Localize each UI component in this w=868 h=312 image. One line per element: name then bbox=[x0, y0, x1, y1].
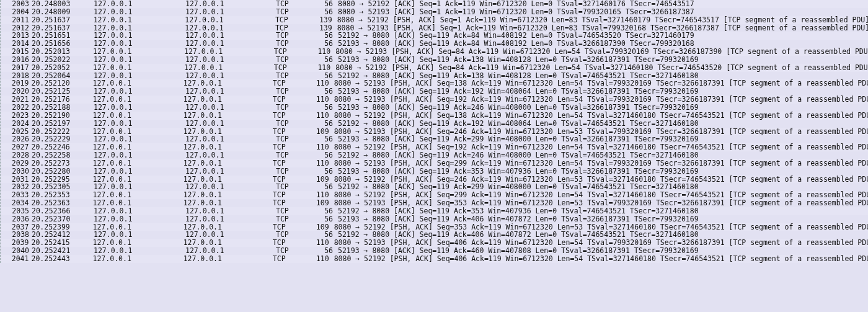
packet-destination: 127.0.0.1 bbox=[185, 120, 276, 128]
packet-length: 139 bbox=[309, 16, 335, 24]
packet-protocol: TCP bbox=[276, 207, 309, 215]
packet-source: 127.0.0.1 bbox=[78, 48, 184, 56]
packet-destination: 127.0.0.1 bbox=[185, 215, 276, 223]
packet-info: 8080 → 52192 [PSH, ACK] Seq=246 Ack=119 … bbox=[332, 176, 868, 184]
packet-no: 2036 bbox=[3, 215, 32, 223]
packet-time: 20.252443 bbox=[31, 255, 78, 263]
packet-info: 52193 → 8080 [ACK] Seq=119 Ack=299 Win=4… bbox=[335, 135, 868, 143]
packet-info: 52193 → 8080 [ACK] Seq=119 Ack=406 Win=4… bbox=[335, 215, 868, 223]
packet-protocol: TCP bbox=[276, 120, 309, 128]
packet-source: 127.0.0.1 bbox=[78, 159, 184, 167]
packet-no: 2015 bbox=[3, 48, 32, 56]
packet-list[interactable]: 200320.248003127.0.0.1127.0.0.1TCP568080… bbox=[0, 0, 868, 263]
packet-protocol: TCP bbox=[276, 104, 309, 112]
table-row[interactable]: 201520.252013127.0.0.1127.0.0.1TCP110808… bbox=[1, 48, 868, 56]
table-row[interactable]: 201120.251637127.0.0.1127.0.0.1TCP139808… bbox=[1, 16, 868, 24]
packet-info: 8080 → 52192 [PSH, ACK] Seq=138 Ack=119 … bbox=[332, 112, 868, 120]
packet-protocol: TCP bbox=[276, 151, 309, 159]
table-row[interactable]: 201720.252052127.0.0.1127.0.0.1TCP110808… bbox=[1, 64, 868, 72]
packet-info: 8080 → 52193 [PSH, ACK] Seq=299 Ack=119 … bbox=[332, 159, 868, 167]
packet-protocol: TCP bbox=[273, 199, 306, 207]
packet-info: 52193 → 8080 [ACK] Seq=119 Ack=84 Win=40… bbox=[335, 40, 868, 48]
packet-time: 20.248003 bbox=[32, 0, 79, 8]
packet-protocol: TCP bbox=[274, 64, 308, 72]
packet-no: 2041 bbox=[3, 255, 31, 263]
packet-destination: 127.0.0.1 bbox=[185, 207, 276, 215]
packet-protocol: TCP bbox=[276, 56, 309, 64]
packet-source: 127.0.0.1 bbox=[79, 56, 185, 64]
packet-length: 56 bbox=[309, 0, 335, 8]
packet-time: 20.252022 bbox=[32, 56, 79, 64]
packet-protocol: TCP bbox=[276, 8, 309, 16]
packet-length: 56 bbox=[309, 120, 335, 128]
packet-protocol: TCP bbox=[273, 112, 306, 120]
table-row[interactable]: 203620.252370127.0.0.1127.0.0.1TCP565219… bbox=[1, 215, 868, 223]
packet-no: 2003 bbox=[3, 0, 32, 8]
packet-info: 52192 → 8080 [ACK] Seq=119 Ack=138 Win=4… bbox=[335, 72, 868, 80]
packet-info: 8080 → 52192 [PSH, ACK] Seq=299 Ack=119 … bbox=[332, 191, 868, 199]
packet-info: 8080 → 52192 [PSH, ACK] Seq=1 Ack=119 Wi… bbox=[335, 16, 868, 24]
packet-time: 20.252258 bbox=[32, 151, 79, 159]
packet-source: 127.0.0.1 bbox=[78, 112, 184, 120]
packet-info: 52192 → 8080 [ACK] Seq=119 Ack=84 Win=40… bbox=[335, 32, 868, 40]
packet-time: 20.252190 bbox=[31, 112, 78, 120]
packet-source: 127.0.0.1 bbox=[79, 8, 185, 16]
packet-info: 52192 → 8080 [ACK] Seq=119 Ack=299 Win=4… bbox=[335, 183, 868, 191]
packet-length: 56 bbox=[309, 207, 335, 215]
packet-length: 56 bbox=[309, 151, 335, 159]
packet-info: 52192 → 8080 [ACK] Seq=119 Ack=246 Win=4… bbox=[335, 151, 868, 159]
packet-time: 20.252188 bbox=[32, 104, 79, 112]
table-row[interactable]: 202420.252197127.0.0.1127.0.0.1TCP565219… bbox=[1, 120, 868, 128]
packet-time: 20.252363 bbox=[31, 199, 78, 207]
packet-destination: 127.0.0.1 bbox=[184, 199, 273, 207]
packet-protocol: TCP bbox=[276, 0, 309, 8]
packet-info: 52192 → 8080 [ACK] Seq=119 Ack=192 Win=4… bbox=[335, 120, 868, 128]
table-row[interactable]: 200320.248003127.0.0.1127.0.0.1TCP568080… bbox=[1, 0, 868, 8]
packet-time: 20.252370 bbox=[32, 215, 79, 223]
packet-source: 127.0.0.1 bbox=[78, 199, 184, 207]
packet-length: 110 bbox=[306, 112, 332, 120]
packet-length: 110 bbox=[306, 255, 332, 263]
packet-destination: 127.0.0.1 bbox=[185, 0, 276, 8]
packet-info: 8080 → 52193 [PSH, ACK] Seq=1 Ack=119 Wi… bbox=[335, 24, 868, 32]
packet-time: 20.252197 bbox=[32, 120, 79, 128]
packet-protocol: TCP bbox=[276, 215, 309, 223]
table-row[interactable]: 203020.252280127.0.0.1127.0.0.1TCP565219… bbox=[1, 167, 868, 176]
packet-no: 2011 bbox=[3, 16, 32, 24]
packet-time: 20.252052 bbox=[32, 64, 78, 72]
packet-no: 2017 bbox=[3, 64, 32, 72]
packet-no: 2034 bbox=[3, 199, 31, 207]
table-row[interactable]: 203520.252366127.0.0.1127.0.0.1TCP565219… bbox=[1, 207, 868, 215]
table-row[interactable]: 201620.252022127.0.0.1127.0.0.1TCP565219… bbox=[1, 56, 868, 64]
packet-length: 56 bbox=[309, 104, 335, 112]
table-row[interactable]: 204120.252443127.0.0.1127.0.0.1TCP110808… bbox=[1, 255, 868, 263]
packet-time: 20.252280 bbox=[32, 167, 79, 176]
packet-destination: 127.0.0.1 bbox=[184, 48, 274, 56]
packet-source: 127.0.0.1 bbox=[79, 151, 185, 159]
packet-protocol: TCP bbox=[273, 159, 306, 167]
packet-no: 2004 bbox=[3, 8, 32, 16]
table-row[interactable]: 202820.252258127.0.0.1127.0.0.1TCP565219… bbox=[1, 151, 868, 159]
packet-info: 52193 → 8080 [ACK] Seq=119 Ack=460 Win=4… bbox=[335, 247, 868, 255]
packet-length: 110 bbox=[307, 48, 333, 56]
table-row[interactable]: 200420.248009127.0.0.1127.0.0.1TCP568080… bbox=[1, 8, 868, 16]
packet-time: 20.251637 bbox=[32, 16, 79, 24]
packet-info: 8080 → 52193 [PSH, ACK] Seq=138 Ack=119 … bbox=[332, 79, 868, 87]
table-row[interactable]: 202220.252188127.0.0.1127.0.0.1TCP565219… bbox=[1, 104, 868, 112]
packet-info: 52193 → 8080 [ACK] Seq=119 Ack=138 Win=4… bbox=[335, 56, 868, 64]
packet-source: 127.0.0.1 bbox=[79, 104, 185, 112]
packet-length: 56 bbox=[309, 215, 335, 223]
table-row[interactable]: 202320.252190127.0.0.1127.0.0.1TCP110808… bbox=[1, 112, 868, 120]
packet-protocol: TCP bbox=[273, 255, 306, 263]
packet-source: 127.0.0.1 bbox=[79, 167, 185, 176]
packet-time: 20.248009 bbox=[32, 8, 79, 16]
packet-info: 8080 → 52193 [PSH, ACK] Seq=84 Ack=119 W… bbox=[333, 48, 868, 56]
packet-info: 8080 → 52192 [PSH, ACK] Seq=192 Ack=119 … bbox=[332, 143, 868, 151]
packet-info: 52193 → 8080 [ACK] Seq=119 Ack=246 Win=4… bbox=[335, 104, 868, 112]
packet-info: 52192 → 8080 [ACK] Seq=119 Ack=406 Win=4… bbox=[335, 231, 868, 239]
table-row[interactable]: 202920.252273127.0.0.1127.0.0.1TCP110808… bbox=[1, 159, 868, 167]
packet-no: 2022 bbox=[3, 104, 32, 112]
table-row[interactable]: 203420.252363127.0.0.1127.0.0.1TCP109808… bbox=[1, 199, 868, 207]
packet-destination: 127.0.0.1 bbox=[184, 159, 273, 167]
packet-destination: 127.0.0.1 bbox=[184, 64, 274, 72]
